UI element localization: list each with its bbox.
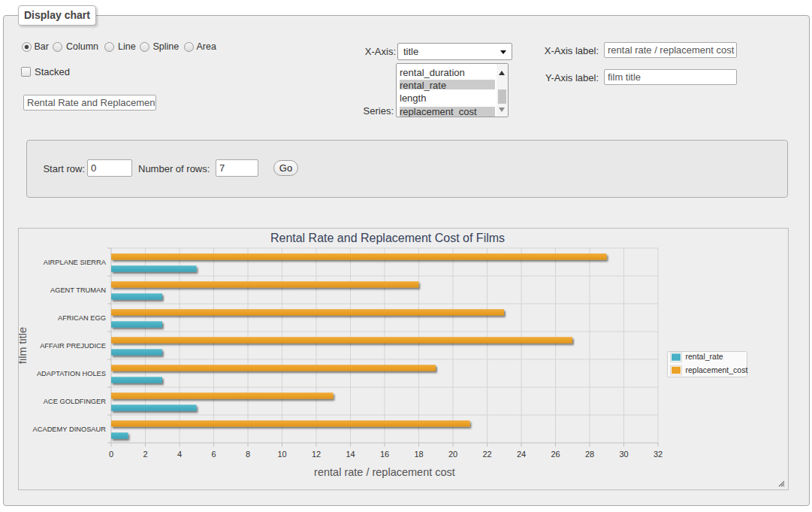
svg-text:24: 24	[517, 450, 526, 459]
svg-text:Rental Rate and Replacement Co: Rental Rate and Replacement Cost of Film…	[270, 232, 505, 244]
svg-text:ACE GOLDFINGER: ACE GOLDFINGER	[44, 398, 106, 405]
svg-text:10: 10	[277, 450, 286, 459]
svg-text:22: 22	[482, 450, 491, 459]
svg-text:rental rate / replacement cost: rental rate / replacement cost	[314, 466, 455, 478]
svg-text:8: 8	[246, 450, 250, 459]
svg-text:replacement_cost: replacement_cost	[686, 365, 748, 374]
svg-text:0: 0	[109, 450, 113, 459]
svg-text:28: 28	[585, 450, 594, 459]
svg-text:18: 18	[414, 450, 423, 459]
svg-text:26: 26	[551, 450, 560, 459]
svg-text:AGENT TRUMAN: AGENT TRUMAN	[50, 286, 106, 294]
svg-text:AFFAIR PREJUDICE: AFFAIR PREJUDICE	[40, 342, 106, 350]
svg-text:6: 6	[211, 450, 216, 459]
svg-text:ACADEMY DINOSAUR: ACADEMY DINOSAUR	[33, 426, 107, 433]
svg-text:30: 30	[619, 450, 628, 459]
svg-text:AIRPLANE SIERRA: AIRPLANE SIERRA	[44, 259, 107, 266]
svg-text:AFRICAN EGG: AFRICAN EGG	[58, 314, 106, 322]
svg-text:4: 4	[177, 450, 182, 459]
svg-text:20: 20	[448, 450, 457, 459]
svg-text:ADAPTATION HOLES: ADAPTATION HOLES	[37, 370, 106, 377]
svg-text:16: 16	[380, 450, 389, 459]
svg-text:12: 12	[312, 450, 321, 459]
svg-text:rental_rate: rental_rate	[686, 352, 723, 361]
svg-text:film title: film title	[19, 327, 29, 364]
svg-text:14: 14	[346, 450, 355, 459]
svg-text:32: 32	[654, 450, 663, 459]
svg-text:2: 2	[143, 450, 147, 459]
